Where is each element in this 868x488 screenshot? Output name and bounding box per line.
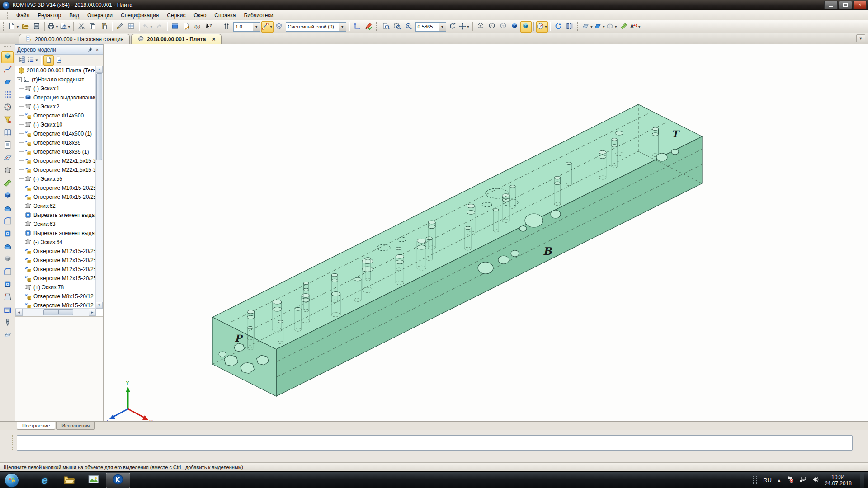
dropdown-arrow-icon[interactable]: ▼	[150, 25, 153, 29]
step-combo-arrow[interactable]: ▼	[253, 23, 260, 31]
panel-grip[interactable]	[4, 46, 11, 50]
scroll-right-button[interactable]: ►	[89, 309, 96, 316]
tree-item[interactable]: Отверстие М22х1,5х15-20	[15, 165, 96, 174]
tree-item[interactable]: +(т)Начало координат	[15, 75, 96, 84]
toolbar-grip[interactable]	[376, 22, 379, 31]
panel-button-extrude[interactable]	[1, 190, 14, 202]
close-button[interactable]: ×	[853, 1, 867, 9]
hscroll-thumb[interactable]	[43, 309, 73, 315]
dropdown-arrow-icon[interactable]: ▼	[16, 25, 19, 29]
layer-combo[interactable]: Системный слой (0)▼	[286, 22, 346, 32]
taskbar-item-ie[interactable]: e	[33, 472, 57, 488]
vscroll-thumb[interactable]	[96, 73, 102, 160]
print-button[interactable]: ▼	[47, 21, 59, 33]
menu-item-help[interactable]: Справка	[210, 10, 240, 20]
scroll-up-button[interactable]: ▲	[96, 66, 103, 73]
menu-item-specification[interactable]: Спецификация	[117, 10, 163, 20]
pin-icon[interactable]	[86, 46, 94, 53]
zoom-by-frame-button[interactable]	[392, 21, 403, 33]
panel-button-rib[interactable]	[1, 329, 14, 342]
model-tree-toggle-button[interactable]	[564, 21, 575, 33]
toolbar-grip[interactable]	[217, 22, 219, 31]
tree-item[interactable]: Вырезать элемент выдавливания	[15, 211, 96, 220]
property-bar-grip[interactable]	[12, 435, 14, 450]
tree-document-structure-button[interactable]	[43, 55, 54, 66]
panel-button-cut-box[interactable]	[1, 279, 14, 291]
dropdown-arrow-icon[interactable]: ▼	[67, 25, 71, 29]
clock[interactable]: 10:34 24.07.2018	[825, 474, 852, 487]
tree-item[interactable]: Отверстие М8х15-20/12	[15, 301, 96, 309]
tree-display-mode-button[interactable]: ▼	[27, 55, 39, 66]
save-document-button[interactable]	[31, 21, 42, 33]
close-panel-icon[interactable]: ×	[94, 46, 101, 53]
panel-button-revolve[interactable]	[1, 203, 14, 215]
menu-item-service[interactable]: Сервис	[163, 10, 189, 20]
current-step-button[interactable]	[221, 21, 232, 33]
panel-button-loft[interactable]	[1, 216, 14, 228]
taskbar-item-explorer[interactable]	[57, 472, 81, 488]
panel-button-construction-plane[interactable]	[1, 152, 14, 164]
dropdown-arrow-icon[interactable]: ▼	[55, 25, 59, 29]
viewport-3d[interactable]: РВТYXZ	[103, 44, 868, 421]
model-plate[interactable]	[212, 104, 702, 396]
panel-button-spatial-curves[interactable]	[1, 64, 14, 76]
panel-button-sketch[interactable]	[1, 165, 14, 177]
expander-icon[interactable]: +	[17, 77, 22, 82]
panel-button-filters[interactable]	[1, 114, 14, 127]
tree-item[interactable]: Отверстие Ф18х35 (1)	[15, 147, 96, 156]
copy-button[interactable]	[87, 21, 99, 33]
panel-button-measure-3d[interactable]	[1, 178, 14, 190]
tree-item[interactable]: Эскиз:63	[15, 220, 96, 229]
volume-icon[interactable]	[812, 476, 819, 484]
dropdown-arrow-icon[interactable]: ▼	[467, 25, 470, 29]
message-field[interactable]	[17, 435, 853, 451]
taskbar-item-kompas[interactable]	[106, 473, 130, 488]
dropdown-arrow-icon[interactable]: ▼	[590, 25, 593, 29]
zoom-combo-arrow[interactable]: ▼	[439, 23, 446, 31]
menu-item-view[interactable]: Вид	[65, 10, 83, 20]
local-coords-button[interactable]	[352, 21, 363, 33]
menu-item-libraries[interactable]: Библиотеки	[240, 10, 277, 20]
minimize-button[interactable]	[824, 1, 838, 9]
tree-item[interactable]: Отверстие М10х15-20/25	[15, 183, 96, 192]
document-tab[interactable]: 2000.00.00.000 - Насосная станция	[19, 34, 130, 44]
tab-list-button[interactable]: ▼	[856, 34, 865, 42]
spreadsheet-button[interactable]	[126, 21, 137, 33]
paste-button[interactable]	[99, 21, 110, 33]
zoom-combo[interactable]: 0.5865▼	[415, 22, 446, 32]
panel-button-point-arrays[interactable]	[1, 89, 14, 101]
tree-item[interactable]: Отверстие М12х15-20/25	[15, 265, 96, 274]
action-center-icon[interactable]	[787, 476, 794, 484]
panel-button-fillet[interactable]	[1, 266, 14, 278]
display-wireframe-button[interactable]	[475, 21, 486, 33]
face-selection-button[interactable]: ▼	[606, 21, 618, 33]
start-button[interactable]	[5, 473, 19, 488]
context-help-button[interactable]: ?	[203, 21, 215, 33]
panel-button-aux-geometry[interactable]	[1, 102, 14, 114]
refresh-view-button[interactable]	[447, 21, 458, 33]
tree-tree-structure-button[interactable]	[17, 55, 27, 66]
panel-button-specification[interactable]	[1, 127, 14, 139]
panel-button-shell[interactable]	[1, 304, 14, 316]
section-view-button[interactable]: ▼	[581, 21, 594, 33]
layer-combo-arrow[interactable]: ▼	[339, 23, 346, 31]
tree-item[interactable]: (-) Эскиз:55	[15, 174, 96, 183]
new-document-button[interactable]: ▼	[8, 21, 20, 33]
pan-view-button[interactable]: ▼	[458, 21, 471, 33]
dropdown-arrow-icon[interactable]: ▼	[544, 25, 548, 29]
face-display-button[interactable]: ▼	[594, 21, 606, 33]
document-tab[interactable]: 2018.00.00.001 - Плита×	[131, 34, 222, 44]
tree-item[interactable]: Отверстие М10х15-20/25	[15, 192, 96, 202]
snap-settings-button[interactable]: ▼	[261, 21, 274, 33]
tree-item[interactable]: Отверстие М12х15-20/25	[15, 247, 96, 256]
network-icon[interactable]	[799, 476, 807, 484]
panel-button-cut-revolve[interactable]	[1, 253, 14, 266]
dropdown-arrow-icon[interactable]: ▼	[602, 25, 605, 29]
tray-grip[interactable]	[752, 476, 758, 485]
panel-button-boss[interactable]	[1, 241, 14, 253]
dropdown-arrow-icon[interactable]: ▼	[269, 25, 273, 29]
cut-button[interactable]	[76, 21, 87, 33]
tree-hscrollbar[interactable]: ◄ ►	[15, 308, 96, 316]
tree-item[interactable]: (-) Эскиз:10	[15, 120, 96, 129]
tray-expand-icon[interactable]: ▲	[777, 478, 781, 483]
